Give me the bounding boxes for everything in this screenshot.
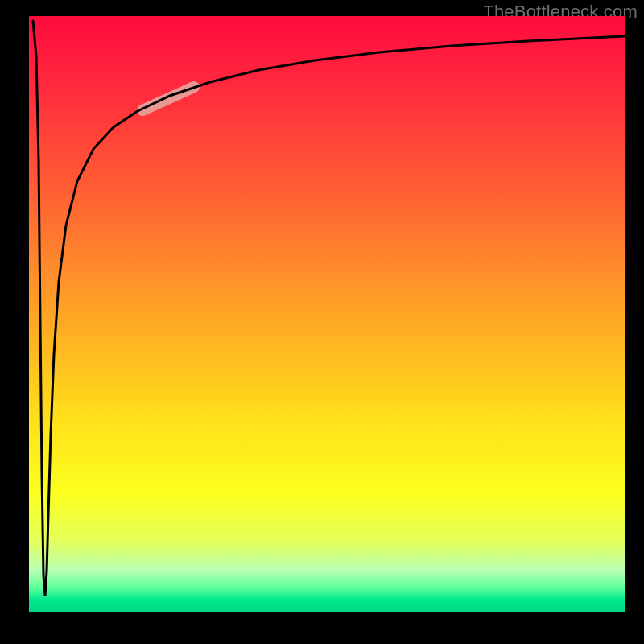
curve-svg <box>29 16 625 612</box>
plot-area <box>29 16 625 612</box>
chart-frame: TheBottleneck.com <box>0 0 644 644</box>
bottleneck-curve <box>33 21 625 596</box>
